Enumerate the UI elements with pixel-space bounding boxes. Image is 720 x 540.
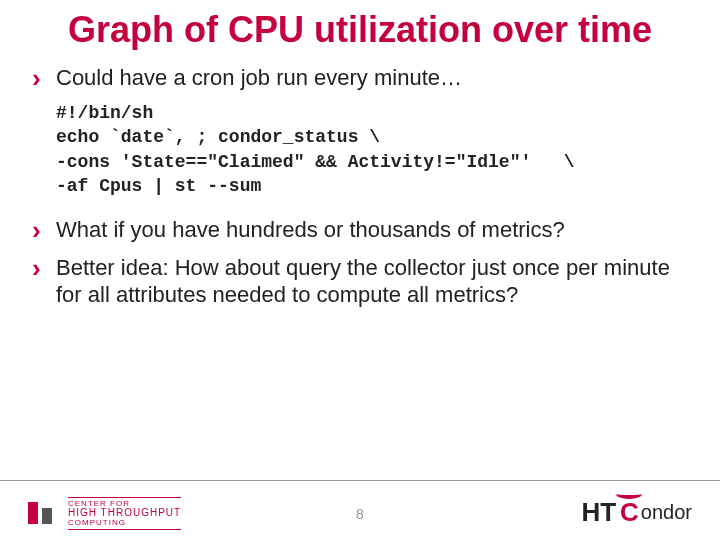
bullet-item: What if you have hundreds or thousands o… [30, 216, 690, 244]
code-block: #!/bin/sh echo `date`, ; condor_status \… [56, 101, 690, 198]
footer: CENTER FOR HIGH THROUGHPUT COMPUTING 8 H… [0, 480, 720, 540]
htcondor-logo: HT C ondor [581, 497, 692, 528]
htcondor-logo-ht: HT [581, 497, 616, 528]
bullet-item: Could have a cron job run every minute… [30, 64, 690, 92]
bullet-list: What if you have hundreds or thousands o… [30, 216, 690, 309]
chtc-logo-icon [28, 498, 62, 528]
bullet-item: Better idea: How about query the collect… [30, 254, 690, 309]
slide: Graph of CPU utilization over time Could… [0, 0, 720, 540]
chtc-logo-text: CENTER FOR HIGH THROUGHPUT COMPUTING [68, 497, 181, 530]
slide-title: Graph of CPU utilization over time [30, 10, 690, 50]
chtc-logo: CENTER FOR HIGH THROUGHPUT COMPUTING [28, 497, 181, 530]
htcondor-logo-c: C [620, 497, 639, 528]
swoosh-icon [616, 489, 642, 499]
htcondor-logo-ondor: ondor [641, 501, 692, 524]
bullet-list: Could have a cron job run every minute… [30, 64, 690, 92]
page-number: 8 [356, 506, 364, 522]
